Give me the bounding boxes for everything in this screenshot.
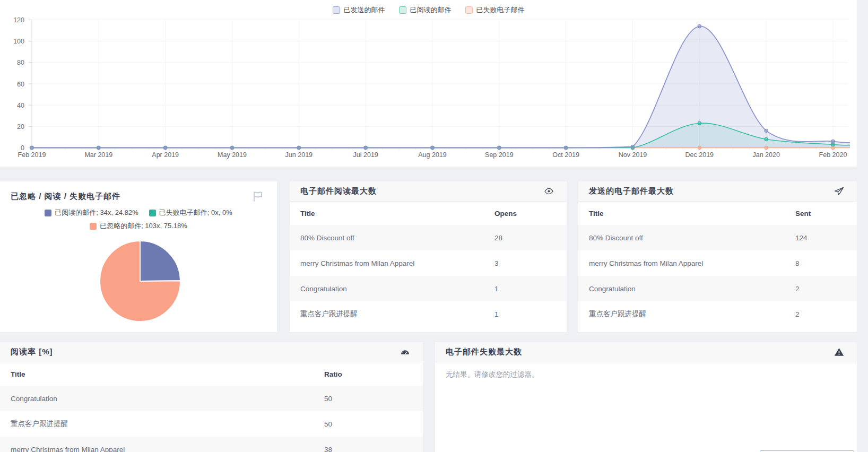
- table-row[interactable]: merry Christmas from Milan Apparel8: [578, 250, 857, 276]
- row-value: 1: [494, 310, 556, 318]
- opens-col-title: Title: [300, 210, 494, 218]
- row-value: 1: [494, 285, 556, 293]
- legend-item-sent[interactable]: 已发送的邮件: [333, 5, 385, 15]
- read-pie-swatch: [45, 210, 51, 216]
- ratio-panel-header: 阅读率 [%]: [0, 342, 423, 362]
- ratio-panel-title: 阅读率 [%]: [11, 347, 53, 357]
- svg-text:Dec 2019: Dec 2019: [685, 151, 714, 159]
- svg-text:120: 120: [13, 16, 24, 24]
- failed-pie-label: 已失败电子邮件; 0x, 0%: [159, 208, 232, 218]
- table-row[interactable]: merry Christmas from Milan Apparel38: [0, 437, 423, 452]
- svg-text:Jan 2020: Jan 2020: [752, 151, 779, 159]
- paper-plane-icon: [834, 186, 844, 196]
- sent-legend-swatch: [333, 6, 340, 14]
- ignored-read-failed-pie-chart: [0, 181, 277, 332]
- svg-text:20: 20: [17, 123, 24, 131]
- row-title: 重点客户跟进提醒: [300, 309, 494, 319]
- svg-text:Jun 2019: Jun 2019: [285, 151, 313, 159]
- svg-text:40: 40: [17, 102, 24, 109]
- table-row[interactable]: 重点客户跟进提醒1: [290, 301, 567, 327]
- table-row[interactable]: 80% Discount off124: [578, 225, 857, 250]
- pie-legend-item-read[interactable]: 已阅读的邮件; 34x, 24.82%: [45, 208, 138, 218]
- svg-text:Apr 2019: Apr 2019: [152, 151, 179, 159]
- row-title: merry Christmas from Milan Apparel: [589, 259, 795, 267]
- svg-text:0: 0: [21, 144, 24, 152]
- svg-text:Sep 2019: Sep 2019: [485, 151, 514, 159]
- ignored-pie-swatch: [90, 223, 97, 230]
- pie-legend-item-failed[interactable]: 已失败电子邮件; 0x, 0%: [149, 208, 232, 218]
- warning-icon: [834, 347, 844, 357]
- eye-icon: [544, 186, 554, 196]
- table-row[interactable]: 80% Discount off28: [290, 225, 567, 250]
- opens-table-header: Title Opens: [290, 202, 567, 225]
- row-title: merry Christmas from Milan Apparel: [300, 259, 494, 267]
- svg-text:60: 60: [17, 81, 24, 88]
- sent-table-header: Title Sent: [578, 202, 857, 225]
- table-row[interactable]: Congratulation50: [0, 386, 423, 411]
- svg-text:Aug 2019: Aug 2019: [418, 151, 447, 159]
- sent-panel-header: 发送的电子邮件最大数: [578, 181, 857, 202]
- sent-col-value: Sent: [795, 210, 846, 218]
- svg-text:May 2019: May 2019: [218, 151, 247, 159]
- max-sent-panel: 发送的电子邮件最大数 Title Sent 80% Discount off12…: [578, 181, 857, 332]
- table-row[interactable]: Congratulation2: [578, 276, 857, 301]
- row-title: 重点客户跟进提醒: [11, 419, 324, 429]
- table-row[interactable]: 重点客户跟进提醒50: [0, 411, 423, 437]
- svg-text:100: 100: [13, 38, 24, 45]
- email-activity-line-chart: 020406080100120Feb 2019Mar 2019Apr 2019M…: [0, 0, 857, 167]
- svg-text:80: 80: [17, 59, 24, 66]
- svg-text:Feb 2020: Feb 2020: [819, 151, 847, 159]
- row-value: 38: [324, 446, 412, 452]
- table-row[interactable]: Congratulation1: [290, 276, 567, 301]
- svg-text:Mar 2019: Mar 2019: [84, 151, 112, 159]
- row-value: 8: [795, 259, 846, 267]
- failed-legend-swatch: [465, 6, 473, 14]
- row-title: Congratulation: [11, 395, 324, 403]
- read-ratio-panel: 阅读率 [%] Title Ratio Congratulation50重点客户…: [0, 342, 423, 452]
- opens-panel-title: 电子邮件阅读最大数: [300, 186, 377, 196]
- sent-legend-label: 已发送的邮件: [344, 5, 385, 15]
- row-value: 50: [324, 420, 412, 428]
- row-title: 80% Discount off: [300, 234, 494, 242]
- pie-legend-item-ignored[interactable]: 已忽略的邮件; 103x, 75.18%: [90, 221, 187, 231]
- legend-item-read[interactable]: 已阅读的邮件: [399, 5, 452, 15]
- ignored-pie-label: 已忽略的邮件; 103x, 75.18%: [100, 221, 187, 231]
- chart-legend: 已发送的邮件 已阅读的邮件 已失败电子邮件: [0, 5, 857, 15]
- ratio-col-title: Title: [11, 370, 324, 378]
- gauge-icon: [400, 347, 410, 357]
- read-legend-swatch: [399, 6, 406, 14]
- ratio-table-header: Title Ratio: [0, 362, 423, 386]
- row-title: 重点客户跟进提醒: [589, 309, 795, 319]
- svg-text:Oct 2019: Oct 2019: [552, 151, 579, 159]
- failed-panel-header: 电子邮件失败最大数: [435, 342, 857, 362]
- sent-panel-title: 发送的电子邮件最大数: [589, 186, 674, 196]
- svg-text:Feb 2019: Feb 2019: [18, 151, 46, 159]
- row-value: 28: [494, 234, 556, 242]
- row-value: 50: [324, 395, 412, 403]
- row-title: Congratulation: [300, 285, 494, 293]
- read-pie-label: 已阅读的邮件; 34x, 24.82%: [55, 208, 138, 218]
- opens-col-value: Opens: [494, 210, 556, 218]
- opens-panel-header: 电子邮件阅读最大数: [290, 181, 567, 202]
- row-value: 2: [795, 310, 846, 318]
- svg-text:Nov 2019: Nov 2019: [619, 151, 647, 159]
- table-row[interactable]: 重点客户跟进提醒2: [578, 301, 857, 327]
- ratio-col-value: Ratio: [324, 370, 412, 378]
- legend-item-failed[interactable]: 已失败电子邮件: [465, 5, 525, 15]
- row-title: 80% Discount off: [589, 234, 795, 242]
- max-opens-panel: 电子邮件阅读最大数 Title Opens 80% Discount off28…: [290, 181, 567, 332]
- opens-table-body: 80% Discount off28merry Christmas from M…: [290, 225, 567, 327]
- max-failed-panel: 电子邮件失败最大数 无结果。请修改您的过滤器。: [435, 342, 857, 452]
- sent-table-body: 80% Discount off124merry Christmas from …: [578, 225, 857, 327]
- no-results-message: 无结果。请修改您的过滤器。: [435, 362, 857, 387]
- pie-legend: 已阅读的邮件; 34x, 24.82% 已失败电子邮件; 0x, 0% 已忽略的…: [0, 208, 277, 231]
- row-title: Congratulation: [589, 285, 795, 293]
- row-value: 2: [795, 285, 846, 293]
- sent-col-title: Title: [589, 210, 795, 218]
- table-row[interactable]: merry Christmas from Milan Apparel3: [290, 250, 567, 276]
- row-value: 124: [795, 234, 846, 242]
- read-legend-label: 已阅读的邮件: [410, 5, 452, 15]
- row-value: 3: [494, 259, 556, 267]
- ratio-table-body: Congratulation50重点客户跟进提醒50merry Christma…: [0, 386, 423, 452]
- failed-legend-label: 已失败电子邮件: [476, 5, 525, 15]
